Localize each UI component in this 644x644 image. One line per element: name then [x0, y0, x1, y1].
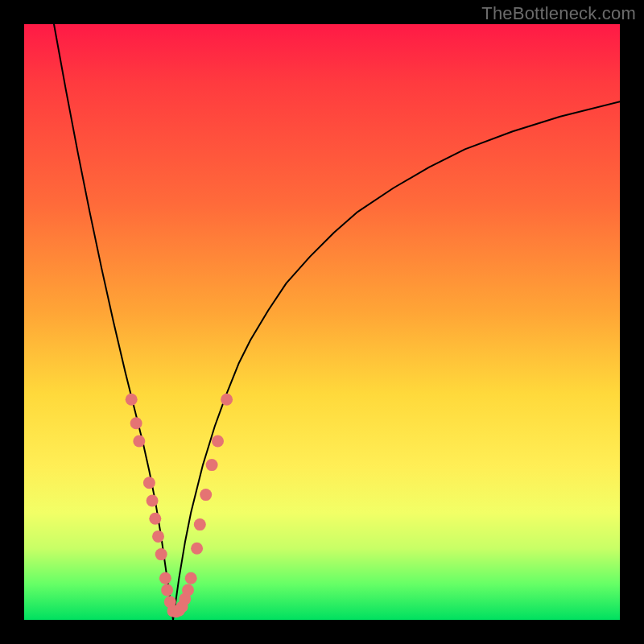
chart-overlay — [24, 24, 620, 620]
data-point-marker — [149, 513, 161, 525]
curve-right-branch — [173, 101, 620, 620]
data-point-marker — [161, 584, 173, 597]
data-point-marker — [182, 584, 194, 597]
data-point-marker — [126, 394, 138, 406]
chart-stage: TheBottleneck.com — [0, 0, 644, 644]
data-point-marker — [147, 495, 159, 507]
data-point-marker — [191, 543, 203, 555]
watermark-text: TheBottleneck.com — [481, 3, 636, 24]
data-point-marker — [143, 477, 155, 489]
data-point-marker — [130, 417, 142, 429]
plot-area — [24, 24, 620, 620]
marker-group — [126, 394, 233, 617]
data-point-marker — [212, 436, 224, 448]
data-point-marker — [152, 530, 164, 543]
data-point-marker — [194, 518, 206, 530]
data-point-marker — [200, 489, 212, 501]
data-point-marker — [221, 394, 233, 406]
data-point-marker — [185, 572, 197, 584]
data-point-marker — [159, 572, 171, 584]
data-point-marker — [155, 548, 167, 560]
data-point-marker — [206, 459, 218, 471]
data-point-marker — [133, 436, 145, 448]
curve-left-branch — [54, 24, 173, 620]
